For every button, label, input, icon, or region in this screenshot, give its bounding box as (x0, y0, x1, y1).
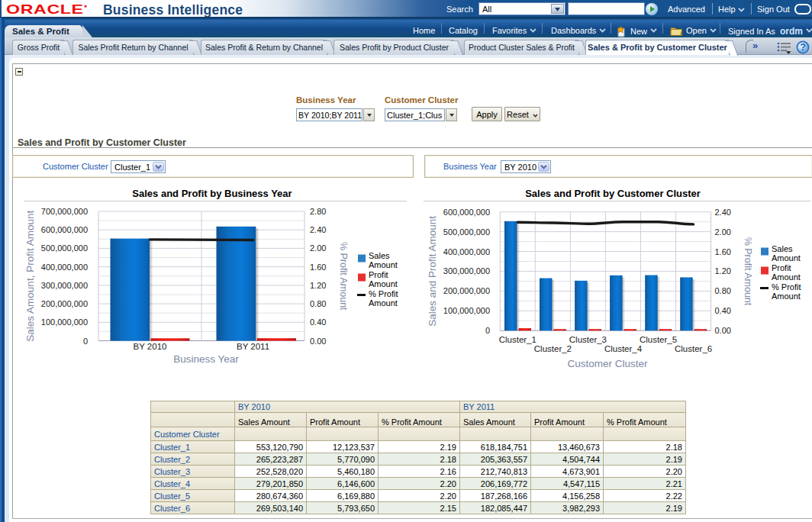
svg-text:Customer Cluster: Customer Cluster (567, 358, 648, 369)
svg-text:ORACLE: ORACLE (6, 2, 84, 16)
svg-text:Business Year: Business Year (173, 353, 239, 365)
svg-text:% Profit Amount: % Profit Amount (743, 237, 753, 306)
svg-text:1.20: 1.20 (715, 266, 731, 276)
svg-text:Amount: Amount (772, 292, 801, 301)
svg-text:2.00: 2.00 (310, 243, 326, 253)
svg-text:400,000,000: 400,000,000 (41, 263, 88, 272)
svg-text:0.00: 0.00 (715, 326, 731, 335)
svg-text:Cluster_1: Cluster_1 (499, 335, 536, 344)
svg-text:Cluster_5: Cluster_5 (640, 335, 677, 344)
svg-text:500,000,000: 500,000,000 (443, 227, 490, 237)
svg-text:1.60: 1.60 (310, 263, 326, 272)
svg-text:Sales: Sales (369, 251, 390, 260)
svg-text:0.80: 0.80 (310, 299, 326, 308)
svg-text:500,000,000: 500,000,000 (41, 243, 88, 253)
svg-text:BY 2011: BY 2011 (237, 342, 269, 351)
svg-text:Cluster_2: Cluster_2 (534, 344, 572, 353)
svg-text:0: 0 (485, 326, 490, 335)
svg-text:2.00: 2.00 (715, 227, 731, 237)
svg-text:% Profit: % Profit (369, 289, 398, 298)
svg-text:Amount: Amount (369, 298, 398, 308)
svg-text:?: ? (800, 42, 806, 53)
svg-text:300,000,000: 300,000,000 (443, 266, 490, 276)
svg-text:Profit: Profit (369, 270, 388, 279)
svg-text:2.40: 2.40 (310, 225, 326, 234)
svg-text:Sales and Profit by Customer C: Sales and Profit by Customer Cluster (525, 188, 701, 199)
svg-text:Cluster_3: Cluster_3 (569, 335, 607, 344)
svg-text:200,000,000: 200,000,000 (443, 286, 490, 295)
svg-text:Amount: Amount (369, 260, 398, 269)
svg-text:Cluster_6: Cluster_6 (675, 344, 712, 353)
svg-text:0: 0 (83, 337, 88, 346)
svg-text:0.80: 0.80 (715, 286, 731, 295)
svg-text:300,000,000: 300,000,000 (41, 281, 88, 290)
svg-text:100,000,000: 100,000,000 (443, 306, 490, 315)
svg-text:Sales Amount, Profit Amount: Sales Amount, Profit Amount (24, 211, 36, 342)
svg-text:% Profit: % Profit (772, 282, 801, 292)
svg-text:0.40: 0.40 (715, 306, 731, 315)
svg-text:0.40: 0.40 (310, 317, 326, 327)
svg-text:Amount: Amount (369, 279, 398, 288)
svg-text:Sales and Profit Amount: Sales and Profit Amount (427, 216, 438, 327)
svg-text:1.20: 1.20 (310, 281, 326, 290)
svg-text:Amount: Amount (772, 272, 801, 282)
svg-text:% Profit Amount: % Profit Amount (338, 242, 349, 311)
svg-text:2.40: 2.40 (715, 208, 731, 217)
svg-text:700,000,000: 700,000,000 (41, 207, 88, 216)
svg-text:BY 2010: BY 2010 (134, 342, 167, 351)
svg-text:1.60: 1.60 (715, 247, 731, 256)
svg-text:100,000,000: 100,000,000 (41, 317, 88, 327)
svg-text:Sales and Profit by Business Y: Sales and Profit by Business Year (132, 188, 292, 199)
svg-text:Sales: Sales (772, 244, 793, 253)
svg-text:600,000,000: 600,000,000 (443, 208, 490, 217)
svg-text:Amount: Amount (772, 253, 801, 263)
svg-text:0.00: 0.00 (310, 337, 326, 346)
svg-text:200,000,000: 200,000,000 (41, 299, 88, 308)
svg-text:400,000,000: 400,000,000 (443, 247, 490, 256)
svg-text:600,000,000: 600,000,000 (41, 225, 88, 234)
svg-text:Cluster_4: Cluster_4 (604, 344, 643, 353)
svg-text:2.80: 2.80 (310, 207, 326, 216)
svg-text:Profit: Profit (772, 263, 791, 272)
